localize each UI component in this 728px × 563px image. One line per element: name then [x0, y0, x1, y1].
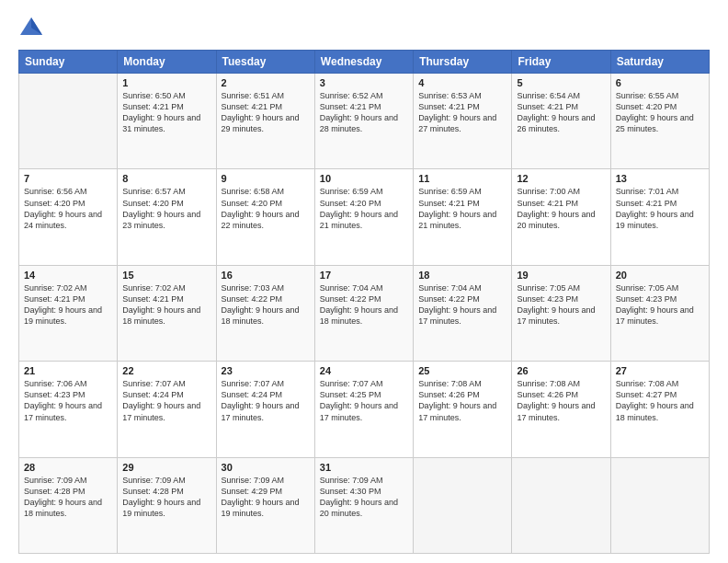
calendar-day-cell: 15Sunrise: 7:02 AMSunset: 4:21 PMDayligh…: [118, 265, 216, 361]
day-number: 26: [517, 365, 605, 376]
day-number: 21: [24, 365, 112, 376]
day-number: 7: [24, 173, 112, 184]
day-info: Sunrise: 6:50 AMSunset: 4:21 PMDaylight:…: [122, 90, 210, 135]
day-info: Sunrise: 7:02 AMSunset: 4:21 PMDaylight:…: [24, 282, 112, 327]
day-number: 25: [418, 365, 506, 376]
day-info: Sunrise: 6:56 AMSunset: 4:20 PMDaylight:…: [24, 186, 112, 231]
calendar-week-row: 1Sunrise: 6:50 AMSunset: 4:21 PMDaylight…: [19, 74, 710, 169]
weekday-header: Friday: [512, 51, 610, 74]
calendar-day-cell: [19, 74, 118, 169]
day-info: Sunrise: 7:01 AMSunset: 4:21 PMDaylight:…: [616, 186, 704, 231]
day-number: 10: [320, 173, 408, 184]
calendar-day-cell: 8Sunrise: 6:57 AMSunset: 4:20 PMDaylight…: [118, 169, 216, 265]
day-info: Sunrise: 6:58 AMSunset: 4:20 PMDaylight:…: [222, 186, 310, 231]
day-number: 8: [122, 173, 210, 184]
day-info: Sunrise: 7:05 AMSunset: 4:23 PMDaylight:…: [616, 282, 704, 327]
calendar-day-cell: 31Sunrise: 7:09 AMSunset: 4:30 PMDayligh…: [314, 457, 413, 553]
weekday-row: SundayMondayTuesdayWednesdayThursdayFrid…: [19, 51, 710, 74]
calendar-day-cell: 5Sunrise: 6:54 AMSunset: 4:21 PMDaylight…: [512, 74, 610, 169]
weekday-header: Wednesday: [314, 51, 413, 74]
day-number: 29: [122, 462, 210, 473]
header: [18, 15, 710, 40]
day-number: 31: [320, 462, 408, 473]
calendar-day-cell: 3Sunrise: 6:52 AMSunset: 4:21 PMDaylight…: [314, 74, 413, 169]
day-number: 27: [616, 365, 704, 376]
logo-icon: [18, 15, 44, 40]
calendar-day-cell: 14Sunrise: 7:02 AMSunset: 4:21 PMDayligh…: [19, 265, 118, 361]
day-info: Sunrise: 7:07 AMSunset: 4:24 PMDaylight:…: [122, 378, 210, 423]
day-info: Sunrise: 7:09 AMSunset: 4:29 PMDaylight:…: [222, 475, 310, 520]
calendar-day-cell: 18Sunrise: 7:04 AMSunset: 4:22 PMDayligh…: [414, 265, 512, 361]
weekday-header: Tuesday: [216, 51, 314, 74]
calendar-day-cell: 6Sunrise: 6:55 AMSunset: 4:20 PMDaylight…: [610, 74, 709, 169]
day-info: Sunrise: 7:07 AMSunset: 4:24 PMDaylight:…: [222, 378, 310, 423]
day-number: 30: [222, 462, 310, 473]
day-info: Sunrise: 6:51 AMSunset: 4:21 PMDaylight:…: [222, 90, 310, 135]
calendar-day-cell: 20Sunrise: 7:05 AMSunset: 4:23 PMDayligh…: [610, 265, 709, 361]
calendar-day-cell: 21Sunrise: 7:06 AMSunset: 4:23 PMDayligh…: [19, 362, 118, 457]
calendar-day-cell: 13Sunrise: 7:01 AMSunset: 4:21 PMDayligh…: [610, 169, 709, 265]
calendar-day-cell: [610, 457, 709, 553]
calendar-day-cell: [512, 457, 610, 553]
day-info: Sunrise: 6:59 AMSunset: 4:21 PMDaylight:…: [418, 186, 506, 231]
day-info: Sunrise: 6:57 AMSunset: 4:20 PMDaylight:…: [122, 186, 210, 231]
calendar-day-cell: 11Sunrise: 6:59 AMSunset: 4:21 PMDayligh…: [414, 169, 512, 265]
day-number: 12: [517, 173, 605, 184]
day-number: 6: [616, 77, 704, 88]
day-info: Sunrise: 7:09 AMSunset: 4:30 PMDaylight:…: [320, 475, 408, 520]
day-info: Sunrise: 7:04 AMSunset: 4:22 PMDaylight:…: [320, 282, 408, 327]
day-info: Sunrise: 6:54 AMSunset: 4:21 PMDaylight:…: [517, 90, 605, 135]
day-number: 11: [418, 173, 506, 184]
day-number: 2: [222, 77, 310, 88]
day-info: Sunrise: 7:04 AMSunset: 4:22 PMDaylight:…: [418, 282, 506, 327]
calendar-day-cell: 23Sunrise: 7:07 AMSunset: 4:24 PMDayligh…: [216, 362, 314, 457]
weekday-header: Monday: [118, 51, 216, 74]
day-number: 3: [320, 77, 408, 88]
calendar-day-cell: 17Sunrise: 7:04 AMSunset: 4:22 PMDayligh…: [314, 265, 413, 361]
day-number: 22: [122, 365, 210, 376]
day-info: Sunrise: 7:09 AMSunset: 4:28 PMDaylight:…: [122, 475, 210, 520]
page: SundayMondayTuesdayWednesdayThursdayFrid…: [0, 0, 728, 563]
day-number: 19: [517, 270, 605, 281]
calendar-day-cell: 22Sunrise: 7:07 AMSunset: 4:24 PMDayligh…: [118, 362, 216, 457]
day-info: Sunrise: 6:52 AMSunset: 4:21 PMDaylight:…: [320, 90, 408, 135]
day-number: 15: [122, 270, 210, 281]
day-info: Sunrise: 7:07 AMSunset: 4:25 PMDaylight:…: [320, 378, 408, 423]
calendar-day-cell: 4Sunrise: 6:53 AMSunset: 4:21 PMDaylight…: [414, 74, 512, 169]
day-info: Sunrise: 6:53 AMSunset: 4:21 PMDaylight:…: [418, 90, 506, 135]
calendar-day-cell: 16Sunrise: 7:03 AMSunset: 4:22 PMDayligh…: [216, 265, 314, 361]
day-info: Sunrise: 7:03 AMSunset: 4:22 PMDaylight:…: [222, 282, 310, 327]
day-number: 17: [320, 270, 408, 281]
calendar-day-cell: 25Sunrise: 7:08 AMSunset: 4:26 PMDayligh…: [414, 362, 512, 457]
day-number: 20: [616, 270, 704, 281]
day-number: 13: [616, 173, 704, 184]
day-info: Sunrise: 7:08 AMSunset: 4:26 PMDaylight:…: [418, 378, 506, 423]
day-number: 9: [222, 173, 310, 184]
calendar-day-cell: 28Sunrise: 7:09 AMSunset: 4:28 PMDayligh…: [19, 457, 118, 553]
calendar-body: 1Sunrise: 6:50 AMSunset: 4:21 PMDaylight…: [19, 74, 710, 554]
logo: [18, 15, 48, 40]
day-info: Sunrise: 7:08 AMSunset: 4:26 PMDaylight:…: [517, 378, 605, 423]
weekday-header: Sunday: [19, 51, 118, 74]
calendar-day-cell: 30Sunrise: 7:09 AMSunset: 4:29 PMDayligh…: [216, 457, 314, 553]
calendar-day-cell: 24Sunrise: 7:07 AMSunset: 4:25 PMDayligh…: [314, 362, 413, 457]
calendar-day-cell: 1Sunrise: 6:50 AMSunset: 4:21 PMDaylight…: [118, 74, 216, 169]
day-number: 14: [24, 270, 112, 281]
calendar-day-cell: 9Sunrise: 6:58 AMSunset: 4:20 PMDaylight…: [216, 169, 314, 265]
day-number: 5: [517, 77, 605, 88]
calendar-day-cell: 2Sunrise: 6:51 AMSunset: 4:21 PMDaylight…: [216, 74, 314, 169]
calendar-week-row: 14Sunrise: 7:02 AMSunset: 4:21 PMDayligh…: [19, 265, 710, 361]
day-info: Sunrise: 7:02 AMSunset: 4:21 PMDaylight:…: [122, 282, 210, 327]
weekday-header: Saturday: [610, 51, 709, 74]
calendar-day-cell: 29Sunrise: 7:09 AMSunset: 4:28 PMDayligh…: [118, 457, 216, 553]
calendar-header: SundayMondayTuesdayWednesdayThursdayFrid…: [19, 51, 710, 74]
day-info: Sunrise: 7:08 AMSunset: 4:27 PMDaylight:…: [616, 378, 704, 423]
day-number: 18: [418, 270, 506, 281]
day-number: 23: [222, 365, 310, 376]
day-number: 16: [222, 270, 310, 281]
day-info: Sunrise: 6:59 AMSunset: 4:20 PMDaylight:…: [320, 186, 408, 231]
calendar-week-row: 28Sunrise: 7:09 AMSunset: 4:28 PMDayligh…: [19, 457, 710, 553]
calendar-week-row: 21Sunrise: 7:06 AMSunset: 4:23 PMDayligh…: [19, 362, 710, 457]
calendar-day-cell: 7Sunrise: 6:56 AMSunset: 4:20 PMDaylight…: [19, 169, 118, 265]
day-info: Sunrise: 7:09 AMSunset: 4:28 PMDaylight:…: [24, 475, 112, 520]
